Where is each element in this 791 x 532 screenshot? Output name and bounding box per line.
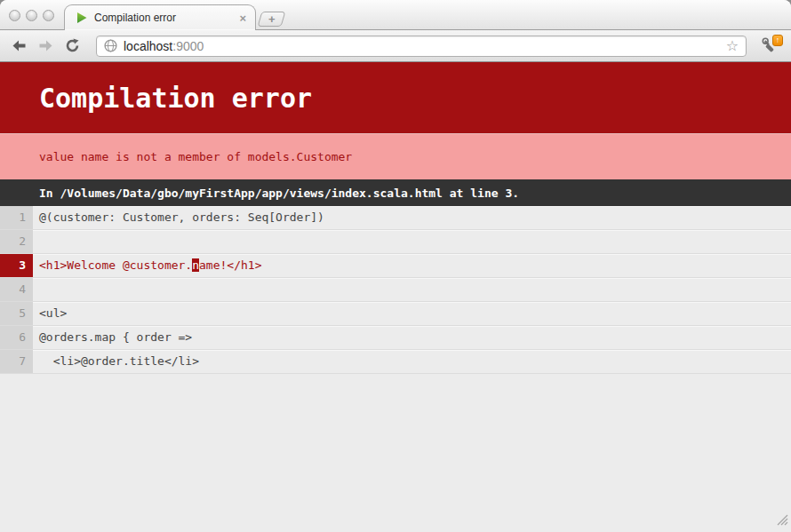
code-line: 3<h1>Welcome @customer.name!</h1> (0, 254, 791, 278)
line-number: 1 (0, 206, 33, 229)
zoom-window-button[interactable] (43, 10, 54, 21)
code-text: @orders.map { order => (33, 326, 791, 349)
reload-button[interactable] (60, 35, 84, 58)
tab-strip: Compilation error × + (0, 0, 791, 30)
error-header: Compilation error (0, 62, 791, 133)
code-text (33, 278, 791, 301)
resize-grip[interactable] (775, 512, 788, 529)
line-number: 5 (0, 302, 33, 325)
code-line: 2 (0, 230, 791, 254)
line-number: 7 (0, 350, 33, 373)
code-line: 6@orders.map { order => (0, 326, 791, 350)
close-window-button[interactable] (9, 10, 20, 21)
play-framework-icon (76, 12, 88, 24)
code-text: @(customer: Customer, orders: Seq[Order]… (33, 206, 791, 229)
error-location-bar: In /Volumes/Data/gbo/myFirstApp/app/view… (0, 179, 791, 206)
browser-window: Compilation error × + (0, 0, 791, 532)
url-text[interactable]: localhost:9000 (124, 39, 724, 53)
address-bar[interactable]: localhost:9000 ☆ (96, 36, 747, 57)
error-message-bar: value name is not a member of models.Cus… (0, 133, 791, 179)
page-title: Compilation error (0, 83, 312, 114)
minimize-window-button[interactable] (26, 10, 37, 21)
code-text (33, 230, 791, 253)
code-text: <ul> (33, 302, 791, 325)
plus-icon: + (268, 13, 276, 25)
new-tab-button[interactable]: + (258, 12, 286, 27)
code-listing: 1@(customer: Customer, orders: Seq[Order… (0, 206, 791, 374)
update-badge: ↑ (772, 35, 783, 46)
line-number: 2 (0, 230, 33, 253)
tab-close-icon[interactable]: × (237, 12, 248, 24)
code-text: <li>@order.title</li> (33, 350, 791, 373)
line-number: 3 (0, 254, 33, 277)
error-location: In /Volumes/Data/gbo/myFirstApp/app/view… (0, 187, 519, 200)
window-controls (9, 10, 54, 21)
tab-compilation-error[interactable]: Compilation error × (64, 4, 256, 30)
tab-title: Compilation error (94, 12, 237, 24)
error-page: Compilation error value name is not a me… (0, 62, 791, 531)
code-line: 7 <li>@order.title</li> (0, 350, 791, 374)
line-number: 4 (0, 278, 33, 301)
code-text: <h1>Welcome @customer.name!</h1> (33, 254, 791, 277)
wrench-menu-button[interactable]: ↑ (757, 34, 784, 59)
back-button[interactable] (7, 35, 30, 58)
error-message: value name is not a member of models.Cus… (0, 150, 352, 163)
code-line: 1@(customer: Customer, orders: Seq[Order… (0, 206, 791, 230)
url-host: localhost (124, 39, 172, 53)
url-port: :9000 (172, 39, 204, 53)
code-line: 5<ul> (0, 302, 791, 326)
globe-icon (104, 39, 117, 52)
bookmark-star-icon[interactable]: ☆ (724, 39, 740, 53)
forward-button[interactable] (34, 35, 57, 58)
line-number: 6 (0, 326, 33, 349)
code-line: 4 (0, 278, 791, 302)
browser-toolbar: localhost:9000 ☆ ↑ (0, 30, 791, 62)
error-marker: n (192, 258, 199, 272)
